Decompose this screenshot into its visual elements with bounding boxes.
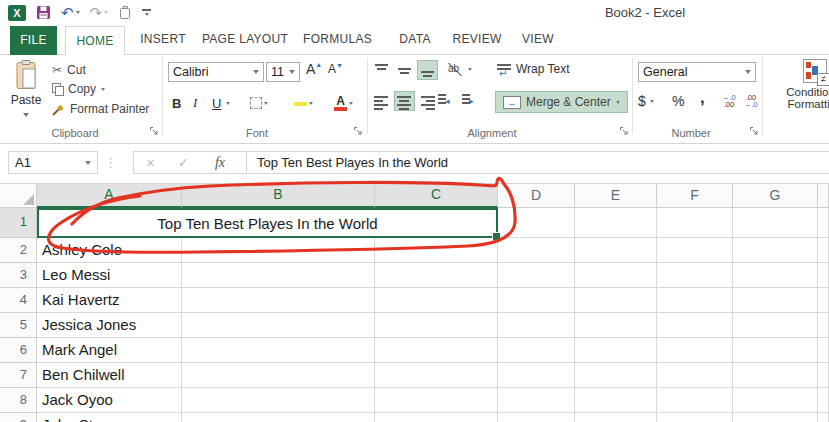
merged-cell-a1[interactable]: Top Ten Best Playes In the World: [37, 208, 498, 238]
comma-style-button[interactable]: ,: [700, 88, 705, 108]
align-center-button[interactable]: [394, 91, 415, 111]
cell-empty[interactable]: [182, 363, 375, 388]
align-left-button[interactable]: [371, 91, 392, 111]
column-header-e[interactable]: E: [575, 184, 657, 208]
bold-button[interactable]: B: [172, 92, 181, 114]
enter-icon[interactable]: ✓: [167, 155, 200, 170]
font-color-button[interactable]: A: [334, 92, 353, 114]
row-header[interactable]: 3: [0, 263, 37, 288]
column-header-d[interactable]: D: [498, 184, 575, 208]
cell-empty[interactable]: [818, 263, 829, 288]
align-right-button[interactable]: [417, 91, 438, 111]
row-header[interactable]: 2: [0, 238, 37, 263]
cell-empty[interactable]: [575, 288, 657, 313]
cell-empty[interactable]: [657, 413, 733, 422]
cell-empty[interactable]: [498, 388, 575, 413]
row-header[interactable]: 6: [0, 338, 37, 363]
cell-empty[interactable]: [733, 263, 818, 288]
cell-e1[interactable]: [575, 208, 657, 238]
cell-empty[interactable]: [375, 238, 498, 263]
name-box-dropdown-caret[interactable]: [85, 161, 91, 165]
cell-empty[interactable]: [575, 363, 657, 388]
paste-dropdown-caret[interactable]: [23, 113, 29, 117]
cell-empty[interactable]: [182, 313, 375, 338]
cell-empty[interactable]: [498, 338, 575, 363]
cell-empty[interactable]: [818, 388, 829, 413]
clipboard-qat-icon[interactable]: [118, 5, 132, 20]
cell-empty[interactable]: [657, 338, 733, 363]
row-header[interactable]: 9: [0, 413, 37, 422]
cell-empty[interactable]: [733, 388, 818, 413]
accounting-format-button[interactable]: $: [638, 93, 654, 109]
cell-empty[interactable]: [818, 313, 829, 338]
alignment-dialog-launcher-icon[interactable]: [619, 126, 630, 137]
cell-empty[interactable]: [575, 413, 657, 422]
conditional-formatting-button[interactable]: ≠ Conditional Formatting: [770, 59, 829, 110]
column-header-b[interactable]: B: [182, 184, 375, 208]
cell-empty[interactable]: [575, 238, 657, 263]
cell-partial[interactable]: [818, 208, 829, 238]
cell-g1[interactable]: [733, 208, 818, 238]
cell-player-name[interactable]: Mark Angel: [37, 338, 182, 363]
cut-button[interactable]: ✂ Cut: [52, 62, 86, 78]
percent-style-button[interactable]: %: [672, 93, 684, 109]
shrink-font-button[interactable]: A▼: [328, 62, 343, 76]
tab-home[interactable]: HOME: [65, 26, 125, 55]
tab-insert[interactable]: INSERT: [135, 25, 191, 54]
format-painter-button[interactable]: Format Painter: [52, 101, 149, 117]
row-header-1[interactable]: 1: [0, 208, 37, 238]
cell-empty[interactable]: [733, 338, 818, 363]
customize-quick-access-icon[interactable]: [142, 9, 151, 16]
cell-empty[interactable]: [733, 288, 818, 313]
borders-dropdown-caret[interactable]: [264, 102, 268, 105]
cell-player-name[interactable]: Kai Havertz: [37, 288, 182, 313]
paste-button[interactable]: Paste: [6, 60, 46, 134]
row-header[interactable]: 7: [0, 363, 37, 388]
underline-button[interactable]: U: [212, 92, 230, 114]
redo-dropdown-caret[interactable]: [104, 11, 108, 14]
accounting-dropdown-caret[interactable]: [650, 100, 654, 103]
cell-empty[interactable]: [182, 338, 375, 363]
cell-empty[interactable]: [375, 363, 498, 388]
font-color-dropdown-caret[interactable]: [349, 102, 353, 105]
cell-player-name[interactable]: Ben Chilwell: [37, 363, 182, 388]
cell-empty[interactable]: [498, 288, 575, 313]
cell-player-name[interactable]: Jessica Jones: [37, 313, 182, 338]
cell-empty[interactable]: [818, 288, 829, 313]
tab-data[interactable]: DATA: [389, 25, 441, 54]
cell-empty[interactable]: [498, 413, 575, 422]
tab-view[interactable]: VIEW: [515, 25, 561, 54]
cell-empty[interactable]: [498, 313, 575, 338]
cell-empty[interactable]: [733, 363, 818, 388]
row-header[interactable]: 4: [0, 288, 37, 313]
cell-empty[interactable]: [375, 338, 498, 363]
cell-d1[interactable]: [498, 208, 575, 238]
number-dialog-launcher-icon[interactable]: [749, 126, 760, 137]
grow-font-button[interactable]: A▲: [306, 61, 322, 77]
decrease-decimal-button[interactable]: .00 →.0: [744, 94, 758, 108]
cell-empty[interactable]: [818, 338, 829, 363]
increase-decimal-button[interactable]: ←.0 .00: [722, 94, 736, 108]
merge-center-button[interactable]: ↔ Merge & Center: [495, 91, 628, 113]
copy-button[interactable]: Copy: [52, 81, 105, 97]
cell-empty[interactable]: [657, 363, 733, 388]
cell-empty[interactable]: [657, 313, 733, 338]
redo-button[interactable]: ↷: [90, 5, 109, 21]
insert-function-icon[interactable]: fx: [200, 155, 240, 171]
number-format-select[interactable]: General: [638, 62, 756, 82]
cell-empty[interactable]: [575, 263, 657, 288]
cell-empty[interactable]: [375, 413, 498, 422]
cell-empty[interactable]: [818, 363, 829, 388]
save-icon[interactable]: [36, 5, 51, 20]
tab-page-layout[interactable]: PAGE LAYOUT: [197, 25, 293, 54]
column-header-g[interactable]: G: [733, 184, 818, 208]
top-align-button[interactable]: [371, 60, 392, 80]
bottom-align-button[interactable]: [417, 60, 438, 80]
wrap-text-button[interactable]: ↵ Wrap Text: [497, 62, 570, 76]
cell-empty[interactable]: [498, 263, 575, 288]
cell-empty[interactable]: [182, 263, 375, 288]
cell-player-name[interactable]: John Stones: [37, 413, 182, 422]
cell-empty[interactable]: [375, 263, 498, 288]
row-header[interactable]: 5: [0, 313, 37, 338]
italic-button[interactable]: I: [193, 92, 197, 114]
